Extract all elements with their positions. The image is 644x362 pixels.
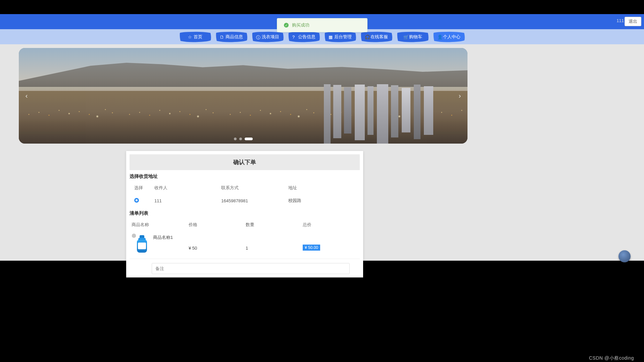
help-icon: ? — [292, 35, 297, 39]
logout-button[interactable]: 退出 — [625, 17, 641, 26]
address-header: 选择 收件人 联系方式 地址 — [130, 182, 360, 194]
grid-icon: ▦ — [329, 35, 333, 39]
product-name: 商品名称1 — [153, 233, 173, 241]
note-input[interactable] — [152, 263, 350, 274]
contact-value: 16459878981 — [221, 198, 288, 203]
hero-carousel: ‹ › — [19, 48, 467, 144]
col-total: 总价 — [303, 222, 360, 228]
col-price: 价格 — [189, 222, 246, 228]
col-recipient: 收件人 — [154, 185, 221, 191]
carousel-dot-3[interactable] — [245, 138, 253, 140]
address-row: 111 16459878981 校园路 — [130, 194, 360, 207]
floating-action-button[interactable] — [618, 250, 631, 262]
list-section-title: 清单列表 — [130, 210, 360, 216]
carousel-prev[interactable]: ‹ — [21, 91, 32, 101]
nav-personal[interactable]: 👤个人中心 — [433, 31, 465, 43]
nav-service[interactable]: 🎧在线客服 — [360, 31, 393, 43]
user-icon: 👤 — [437, 35, 442, 39]
toast-message: 购买成功 — [292, 22, 309, 28]
nav-home[interactable]: ☆首页 — [179, 31, 212, 43]
col-qty: 数量 — [246, 222, 303, 228]
carousel-next[interactable]: › — [455, 91, 465, 101]
box-icon: 🗋 — [220, 35, 224, 39]
col-contact: 联系方式 — [221, 185, 288, 191]
nav-notice[interactable]: ?公告信息 — [288, 31, 320, 43]
product-qty: 1 — [246, 236, 303, 251]
note-field-wrap — [152, 263, 350, 274]
product-price: ¥ 50 — [189, 236, 246, 251]
panel-title: 确认下单 — [130, 154, 360, 170]
nav-laundry[interactable]: ⓘ洗衣项目 — [251, 31, 284, 43]
carousel-dot-2[interactable] — [239, 138, 242, 140]
address-section-title: 选择收货地址 — [130, 173, 360, 179]
product-total: ¥ 50.00 — [303, 245, 320, 251]
order-header: 商品名称 价格 数量 总价 — [130, 218, 360, 231]
carousel-dot-1[interactable] — [234, 138, 237, 140]
order-panel: 确认下单 选择收货地址 选择 收件人 联系方式 地址 111 164598789… — [126, 151, 363, 277]
nav-cart[interactable]: 🛒购物车 — [396, 31, 429, 43]
watermark: CSDN @小蔡coding — [589, 355, 634, 361]
carousel-dots — [234, 138, 253, 140]
cart-icon: 🛒 — [403, 35, 408, 39]
nav-admin[interactable]: ▦后台管理 — [324, 31, 357, 43]
address-value: 校园路 — [288, 198, 355, 204]
address-radio[interactable] — [134, 198, 139, 203]
user-name[interactable]: 111 — [616, 18, 624, 23]
col-select: 选择 — [134, 185, 154, 191]
success-toast: ✓ 购买成功 — [277, 18, 367, 32]
product-thumb — [132, 233, 152, 253]
check-icon: ✓ — [284, 23, 289, 28]
nav-products[interactable]: 🗋商品信息 — [215, 31, 248, 43]
col-address: 地址 — [288, 185, 355, 191]
info-icon: ⓘ — [256, 35, 260, 39]
star-icon: ☆ — [188, 35, 192, 39]
col-name: 商品名称 — [132, 222, 189, 228]
order-row: 商品名称1 ¥ 50 1 ¥ 50.00 — [130, 231, 360, 259]
recipient-value: 111 — [154, 198, 221, 203]
headset-icon: 🎧 — [365, 35, 369, 39]
